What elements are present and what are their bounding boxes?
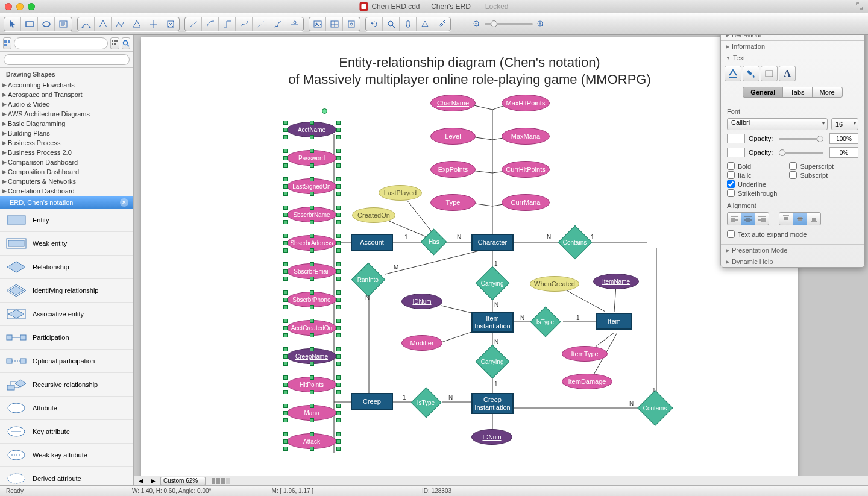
attr-currhitpoints[interactable]: CurrHitPoints bbox=[502, 161, 550, 178]
attr-idnum-1[interactable]: IDNum bbox=[401, 294, 442, 309]
selection-handle[interactable] bbox=[336, 418, 341, 422]
selection-handle[interactable] bbox=[310, 375, 314, 380]
selected-attr-11[interactable]: Attack bbox=[283, 432, 340, 450]
selection-handle[interactable] bbox=[283, 305, 288, 309]
shape-derived-attribute[interactable]: Derived attribute bbox=[0, 467, 133, 485]
selection-handle[interactable] bbox=[283, 149, 288, 153]
selection-handle[interactable] bbox=[336, 156, 341, 160]
selection-handle[interactable] bbox=[336, 411, 341, 415]
rel-carrying-2[interactable]: Carrying bbox=[476, 345, 510, 379]
selection-handle[interactable] bbox=[283, 439, 288, 444]
text-tool[interactable] bbox=[55, 17, 72, 31]
attr-itemdamage[interactable]: ItemDamage bbox=[562, 374, 612, 389]
panel-dynhelp[interactable]: ▶Dynamic Help bbox=[721, 256, 864, 267]
align-right[interactable] bbox=[755, 212, 769, 225]
presentation-tool[interactable] bbox=[417, 17, 433, 31]
zoom-slider[interactable] bbox=[473, 20, 545, 28]
tab-more[interactable]: More bbox=[812, 87, 843, 98]
line-tool-1[interactable] bbox=[185, 17, 202, 31]
selection-handle[interactable] bbox=[283, 326, 288, 330]
selection-handle[interactable] bbox=[283, 262, 288, 266]
selection-handle[interactable] bbox=[283, 206, 288, 210]
category-item[interactable]: ▶Business Process 2.0 bbox=[0, 148, 133, 157]
selection-handle[interactable] bbox=[336, 149, 341, 153]
selection-handle[interactable] bbox=[336, 333, 341, 337]
align-left[interactable] bbox=[727, 212, 741, 225]
selection-handle[interactable] bbox=[283, 135, 288, 139]
selection-handle[interactable] bbox=[336, 319, 341, 323]
opacity-value-1[interactable]: 100% bbox=[829, 133, 858, 144]
selection-handle[interactable] bbox=[310, 248, 314, 253]
text-fill-icon[interactable] bbox=[725, 66, 741, 81]
selection-handle[interactable] bbox=[310, 177, 314, 181]
selection-handle[interactable] bbox=[283, 319, 288, 323]
selected-attr-3[interactable]: SbscrbrName bbox=[283, 206, 340, 224]
selection-handle[interactable] bbox=[336, 248, 341, 253]
format-panel[interactable]: ▶Behaviour ▶Information ▼Text A General … bbox=[720, 35, 865, 268]
selection-handle[interactable] bbox=[283, 163, 288, 168]
rel-contains-1[interactable]: Contains bbox=[558, 225, 593, 260]
selection-handle[interactable] bbox=[283, 128, 288, 132]
library-search-input[interactable] bbox=[14, 37, 108, 49]
text-bg-swatch[interactable] bbox=[727, 148, 745, 157]
library-close-icon[interactable]: ✕ bbox=[120, 198, 128, 207]
selection-handle[interactable] bbox=[336, 375, 341, 380]
selection-handle[interactable] bbox=[310, 121, 314, 125]
selection-handle[interactable] bbox=[283, 184, 288, 189]
fullscreen-icon[interactable] bbox=[856, 2, 863, 11]
italic-checkbox[interactable]: Italic bbox=[727, 171, 777, 179]
line-tool-6[interactable] bbox=[269, 17, 286, 31]
selection-handle[interactable] bbox=[310, 234, 314, 238]
category-item[interactable]: ▶Computers & Networks bbox=[0, 177, 133, 186]
selection-handle[interactable] bbox=[336, 241, 341, 245]
attr-level[interactable]: Level bbox=[430, 128, 476, 145]
selection-handle[interactable] bbox=[336, 439, 341, 444]
category-item[interactable]: ▶Composition Dashboard bbox=[0, 167, 133, 177]
selection-handle[interactable] bbox=[310, 319, 314, 323]
category-item[interactable]: ▶Building Plans bbox=[0, 128, 133, 138]
insert-table-tool[interactable] bbox=[326, 17, 343, 31]
entity-character[interactable]: Character bbox=[471, 234, 514, 251]
selection-handle[interactable] bbox=[283, 121, 288, 125]
selected-attr-7[interactable]: AcctCreatedOn bbox=[283, 319, 340, 337]
align-center-h[interactable] bbox=[741, 212, 755, 225]
library-header[interactable]: ERD, Chen's notation ✕ bbox=[0, 196, 133, 209]
shape-key-attribute[interactable]: Key attribute bbox=[0, 420, 133, 444]
selection-handle[interactable] bbox=[283, 269, 288, 274]
text-color-swatch[interactable] bbox=[727, 134, 745, 143]
text-box-icon[interactable] bbox=[761, 66, 778, 81]
align-bottom[interactable] bbox=[807, 212, 821, 225]
selected-attr-0[interactable]: AcctName bbox=[283, 121, 340, 139]
selected-attr-6[interactable]: SbscrbrPhone bbox=[283, 290, 340, 309]
align-top[interactable] bbox=[779, 212, 793, 225]
zoom-in-icon[interactable] bbox=[536, 20, 545, 28]
rel-carrying-1[interactable]: Carrying bbox=[476, 266, 510, 301]
selection-handle[interactable] bbox=[283, 390, 288, 394]
text-bg-icon[interactable] bbox=[743, 66, 760, 81]
selection-handle[interactable] bbox=[283, 192, 288, 196]
shape-optional-participation[interactable]: Optional participation bbox=[0, 350, 133, 373]
selection-handle[interactable] bbox=[310, 404, 314, 408]
shape-participation[interactable]: Participation bbox=[0, 326, 133, 350]
align-middle-v[interactable] bbox=[793, 212, 807, 225]
rel-raninto[interactable]: RanInto bbox=[351, 263, 386, 297]
line-tool-5[interactable] bbox=[253, 17, 269, 31]
text-font-icon[interactable]: A bbox=[779, 66, 796, 81]
selection-handle[interactable] bbox=[336, 298, 341, 302]
category-item[interactable]: ▶Correlation Dashboard bbox=[0, 186, 133, 196]
font-size-select[interactable]: 16▾ bbox=[831, 118, 858, 130]
category-item[interactable]: ▶Basic Diagramming bbox=[0, 119, 133, 128]
grid-view-icon[interactable] bbox=[110, 37, 119, 49]
selection-handle[interactable] bbox=[336, 305, 341, 309]
selection-handle[interactable] bbox=[336, 121, 341, 125]
zoom-select[interactable]: Custom 62% bbox=[160, 477, 206, 485]
selection-handle[interactable] bbox=[336, 206, 341, 210]
page-tab[interactable] bbox=[226, 478, 230, 484]
line-tool-2[interactable] bbox=[202, 17, 219, 31]
shape-relationship[interactable]: Relationship bbox=[0, 256, 133, 279]
insert-clip-tool[interactable] bbox=[343, 17, 360, 31]
selection-handle[interactable] bbox=[310, 192, 314, 196]
opacity-value-2[interactable]: 0% bbox=[829, 147, 858, 158]
shape-attribute[interactable]: Attribute bbox=[0, 397, 133, 420]
connector-tool-2[interactable] bbox=[95, 17, 112, 31]
